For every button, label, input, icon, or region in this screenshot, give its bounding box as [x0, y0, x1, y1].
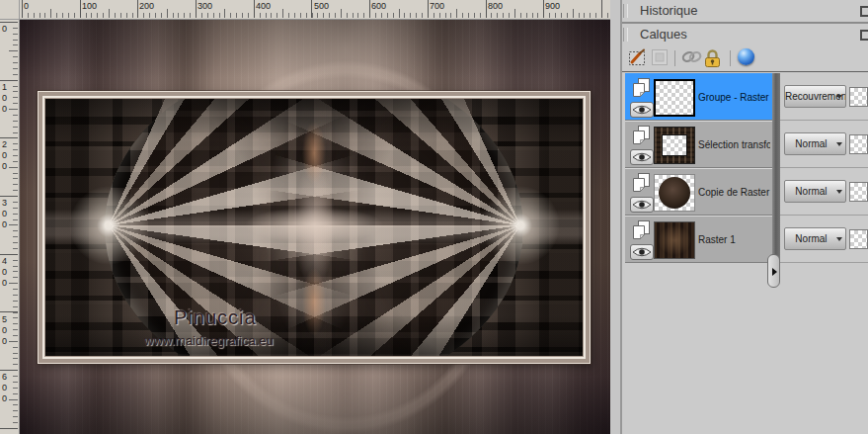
ruler-label: 100 [82, 1, 97, 11]
layer-name: Sélection transform [698, 122, 770, 167]
toolbar-separator-line [622, 71, 868, 72]
blend-cell: Recouvrement [780, 73, 868, 121]
panel-grip [623, 4, 628, 18]
ruler-label: 900 [545, 1, 560, 11]
ruler-label: 0 [2, 24, 7, 35]
ruler-label: 300 [197, 1, 212, 11]
layer-pages-icon [632, 172, 651, 197]
app-window: 0 100 200 300 400 500 600 700 800 900 0 … [0, 0, 868, 434]
opacity-chip[interactable] [849, 87, 868, 107]
layer-list: Groupe - Raster 2 [625, 73, 772, 263]
blend-mode-dropdown[interactable]: Recouvrement [784, 85, 846, 108]
fractal-artwork: Pinuccia www.maidiregrafica.eu [45, 99, 583, 356]
right-panel: Historique Calques [622, 0, 868, 434]
chevron-down-icon [836, 142, 842, 146]
layer-row-copie-de-raster-1[interactable]: Copie de Raster 1 [625, 168, 772, 216]
chevron-down-icon [836, 237, 842, 241]
workspace-panel-divider [610, 0, 622, 434]
watermark-name: Pinuccia [174, 306, 257, 329]
ruler-label: 0 [24, 1, 29, 11]
layer-name: Groupe - Raster 2 [698, 74, 770, 120]
lock-icon[interactable] [704, 48, 721, 72]
ruler-label: 400 [256, 1, 271, 11]
blend-mode-dropdown[interactable]: Normal [784, 227, 846, 250]
opacity-chip[interactable] [849, 229, 868, 249]
blend-cell: Normal [780, 168, 868, 216]
layers-toolbar [622, 45, 868, 71]
blend-mode-dropdown[interactable]: Normal [784, 180, 846, 203]
ruler-label: 3 0 0 [2, 198, 7, 230]
ruler-label: 4 0 0 [2, 256, 7, 289]
chevron-down-icon [836, 95, 842, 99]
layer-row-groupe-raster-2[interactable]: Groupe - Raster 2 [625, 73, 772, 121]
watermark-url: www.maidiregrafica.eu [144, 333, 274, 348]
layers-panel-header[interactable]: Calques [622, 24, 868, 45]
layer-row-selection-transform[interactable]: Sélection transform [625, 121, 772, 168]
layers-splitter-bar[interactable] [772, 73, 780, 263]
toolbar-separator [674, 50, 675, 66]
blend-cell: Normal [780, 216, 868, 263]
layer-pages-icon [632, 77, 651, 102]
ruler-label: 2 0 0 [2, 139, 7, 172]
history-panel-header[interactable]: Historique [622, 0, 868, 22]
layers-panel-title: Calques [640, 27, 687, 42]
panel-frame-icon[interactable] [860, 6, 868, 17]
opacity-chip[interactable] [849, 134, 868, 154]
ruler-label: 6 0 0 [2, 372, 7, 404]
layer-thumbnail[interactable] [654, 79, 695, 117]
edit-selection-icon[interactable] [628, 48, 648, 71]
visibility-eye-icon[interactable] [630, 102, 654, 118]
visibility-eye-icon[interactable] [630, 244, 654, 260]
history-panel-title: Historique [640, 3, 698, 18]
blend-mode-value: Normal [795, 138, 827, 149]
ruler-label: 200 [139, 1, 154, 11]
layer-thumbnail[interactable] [654, 127, 695, 164]
vertical-ruler: 0 1 0 0 2 0 0 3 0 0 4 0 0 5 0 0 6 0 0 [0, 20, 20, 434]
thumbnail-checker [662, 134, 687, 156]
panel-grip [623, 28, 628, 42]
ruler-corner [0, 0, 20, 20]
panel-lock-icon[interactable] [860, 30, 868, 41]
visibility-eye-icon[interactable] [630, 197, 654, 213]
blend-mode-dropdown[interactable]: Normal [784, 132, 846, 155]
ruler-label: 1 0 0 [2, 82, 7, 115]
layer-row-raster-1[interactable]: Raster 1 [625, 216, 772, 263]
canvas-image[interactable]: Pinuccia www.maidiregrafica.eu [20, 20, 610, 434]
visibility-eye-icon[interactable] [630, 149, 654, 165]
opacity-chip[interactable] [849, 182, 868, 202]
chevron-down-icon [836, 190, 842, 194]
ruler-label: 800 [488, 1, 503, 11]
blend-mode-value: Normal [795, 233, 827, 244]
ruler-label: 600 [371, 1, 386, 11]
mask-icon-disabled [651, 48, 669, 70]
arrow-right-icon [772, 268, 777, 276]
art-vignette [45, 99, 583, 356]
ruler-label: 500 [314, 1, 329, 11]
toolbar-separator [730, 50, 731, 66]
blend-cell: Normal [780, 121, 868, 168]
link-layers-icon[interactable] [680, 48, 703, 69]
splitter-drag-handle[interactable] [767, 254, 780, 288]
layer-name: Raster 1 [698, 217, 770, 262]
ruler-label: 5 0 0 [2, 314, 7, 347]
blend-mode-value: Normal [795, 186, 827, 197]
layer-thumbnail[interactable] [654, 174, 695, 212]
layer-thumbnail[interactable] [654, 221, 695, 259]
ruler-label: 700 [430, 1, 444, 11]
layer-pages-icon [632, 219, 651, 244]
blend-mode-column: Recouvrement Normal Normal [780, 73, 868, 263]
horizontal-ruler: 0 100 200 300 400 500 600 700 800 900 [20, 0, 610, 20]
layer-name: Copie de Raster 1 [698, 169, 770, 215]
layer-pages-icon [632, 125, 651, 149]
sphere-icon[interactable] [738, 48, 754, 65]
thumbnail-sphere [659, 177, 690, 209]
